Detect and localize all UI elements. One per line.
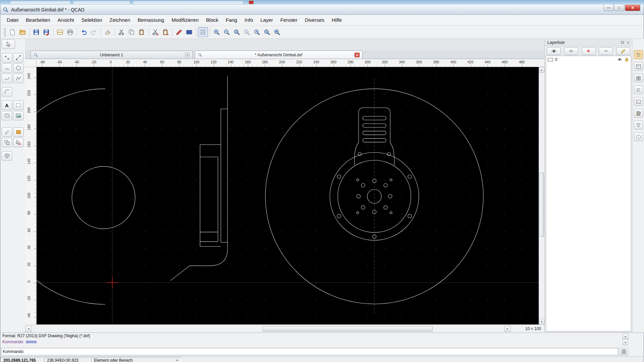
file-new-button[interactable]: [7, 27, 17, 37]
delete-button[interactable]: [103, 27, 113, 37]
copy-button[interactable]: [126, 27, 137, 37]
menu-datei[interactable]: Datei: [3, 16, 22, 24]
menu-selektion[interactable]: Selektion: [78, 16, 106, 24]
paste-with-reference-button[interactable]: [160, 27, 170, 37]
print-button[interactable]: [65, 27, 75, 37]
grid-toggle-button[interactable]: [198, 27, 208, 37]
library-browser-button[interactable]: [634, 109, 643, 118]
matrix-panel-button[interactable]: [619, 348, 628, 356]
scroll-up-icon[interactable]: ▲: [539, 67, 544, 73]
command-field[interactable]: Kommando:: [1, 348, 618, 355]
history-scroll-down-icon[interactable]: ▼: [623, 339, 628, 345]
float-panel-button[interactable]: [620, 40, 625, 45]
zoom-out-button[interactable]: [222, 27, 232, 37]
minimize-button[interactable]: —: [603, 5, 613, 11]
pen-tool-button[interactable]: [2, 127, 12, 137]
menu-fenster[interactable]: Fenster: [277, 16, 301, 24]
menu-hilfe[interactable]: Hilfe: [328, 16, 345, 24]
title-bar[interactable]: Außenansicht Gimbal.dxf * - QCAD — □ ×: [0, 5, 644, 15]
circle-tool-button[interactable]: [13, 63, 23, 73]
tab-unbenannt-1[interactable]: Unbenannt 1 ×: [31, 51, 193, 59]
view-list-button[interactable]: [634, 85, 643, 94]
file-save-as-button[interactable]: [41, 27, 51, 37]
select-tool-button[interactable]: [2, 40, 15, 49]
isometric-tool-button[interactable]: [2, 151, 12, 161]
command-line-button[interactable]: [634, 97, 643, 106]
horizontal-scroll-thumb[interactable]: [262, 326, 433, 331]
cut-with-reference-button[interactable]: [150, 27, 160, 37]
menu-bearbeiten[interactable]: Bearbeiten: [22, 16, 54, 24]
info-panel-button[interactable]: [634, 132, 643, 141]
cut-button[interactable]: [116, 27, 126, 37]
zoom-auto-button[interactable]: [232, 27, 242, 37]
viewport-tool-button[interactable]: [13, 101, 23, 110]
property-editor-button[interactable]: [634, 62, 643, 71]
layer-lock-icon[interactable]: [624, 57, 629, 62]
zoom-window-button[interactable]: [242, 27, 252, 37]
tab-close-icon[interactable]: ×: [185, 53, 190, 57]
toolbar-grip[interactable]: [4, 28, 6, 37]
menu-info[interactable]: Info: [241, 16, 257, 24]
close-panel-button[interactable]: ×: [625, 40, 631, 45]
redo-button[interactable]: [89, 27, 99, 37]
undo-button[interactable]: [79, 27, 89, 37]
layer-visibility-icon[interactable]: [617, 57, 622, 62]
menu-fang[interactable]: Fang: [222, 16, 241, 24]
line-icon: [15, 55, 21, 61]
spline-tool-button[interactable]: [2, 74, 12, 83]
scroll-right-icon[interactable]: ►: [504, 326, 511, 332]
menu-bemassung[interactable]: Bemassung: [134, 16, 168, 24]
block-list-button[interactable]: [634, 74, 643, 82]
selection-mode-button[interactable]: [184, 27, 194, 37]
svg-export-button[interactable]: SVG: [55, 27, 65, 37]
line-tool-button[interactable]: [13, 53, 23, 62]
selection-filter-button[interactable]: [634, 121, 643, 129]
menu-zeichnen[interactable]: Zeichnen: [106, 16, 134, 24]
close-button[interactable]: ×: [625, 5, 640, 11]
bottom-status-bar: 203.2689,121.765 236.9492<30.923 Element…: [0, 356, 644, 362]
zoom-in-button[interactable]: [212, 27, 222, 37]
layer-row[interactable]: 0: [546, 56, 631, 63]
attribute-painter-button[interactable]: [174, 27, 184, 37]
show-all-layers-button[interactable]: [547, 47, 561, 55]
polyline-tool-button[interactable]: [13, 74, 23, 83]
text-tool-button[interactable]: A: [2, 101, 12, 110]
menu-diverses[interactable]: Diverses: [301, 16, 328, 24]
history-scroll-up-icon[interactable]: ▲: [623, 333, 628, 339]
horizontal-scroll-track[interactable]: [32, 326, 504, 332]
drawing-canvas[interactable]: [37, 67, 539, 324]
transform-tool-button[interactable]: [2, 138, 12, 147]
menu-ansicht[interactable]: Ansicht: [54, 16, 78, 24]
vertical-scroll-thumb[interactable]: [539, 173, 544, 237]
point-tool-button[interactable]: [2, 53, 12, 62]
solid-fill-tool-button[interactable]: [13, 127, 23, 137]
menu-block[interactable]: Block: [202, 16, 222, 24]
hatch-tool-button[interactable]: [2, 111, 12, 120]
zoom-redraw-button[interactable]: [262, 27, 272, 37]
maximize-button[interactable]: □: [614, 5, 624, 11]
hide-all-layers-button[interactable]: [564, 47, 578, 55]
image-tool-button[interactable]: [13, 111, 23, 120]
menu-modifizieren[interactable]: Modifizieren: [168, 16, 202, 24]
menu-layer[interactable]: Layer: [257, 16, 277, 24]
vertical-scroll-track[interactable]: [539, 73, 544, 319]
paste-button[interactable]: [137, 27, 147, 37]
command-input[interactable]: [26, 349, 618, 355]
file-open-button[interactable]: [17, 27, 28, 37]
zoom-pan-button[interactable]: [272, 27, 282, 37]
tab-close-icon[interactable]: ×: [355, 53, 360, 57]
add-layer-button[interactable]: +: [582, 47, 596, 55]
remove-layer-button[interactable]: −: [599, 47, 613, 55]
zoom-previous-button[interactable]: [252, 27, 262, 37]
snap-tool-button[interactable]: [13, 138, 23, 147]
edit-layer-button[interactable]: [616, 47, 630, 55]
layer-panel-header[interactable]: Layerliste ×: [545, 39, 632, 46]
tab-aussenansicht-gimbal[interactable]: * Außenansicht Gimbal.dxf ×: [195, 51, 363, 59]
file-save-button[interactable]: [31, 27, 41, 37]
fillet-tool-button[interactable]: [2, 87, 12, 97]
scroll-down-icon[interactable]: ▼: [539, 319, 544, 324]
scroll-left-icon[interactable]: ◄: [25, 326, 32, 332]
arc-tool-button[interactable]: [2, 63, 12, 73]
layer-list-toggle-button[interactable]: [634, 50, 643, 59]
snap-hint[interactable]: Element oder Bereich▼: [91, 357, 181, 362]
